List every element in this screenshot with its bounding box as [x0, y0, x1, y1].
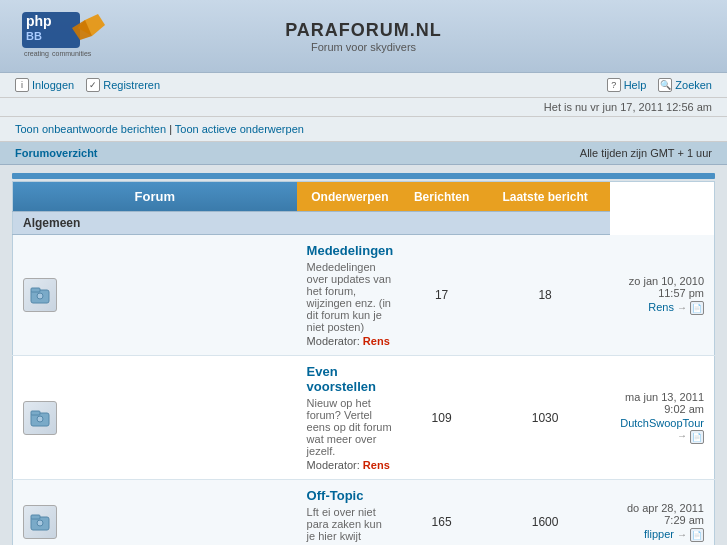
forum-icon-cell [13, 235, 297, 356]
table-row: Even voorstellen Nieuw op het forum? Ver… [13, 356, 715, 480]
table-row: Mededelingen Mededelingen over updates v… [13, 235, 715, 356]
svg-text:creating: creating [24, 50, 49, 58]
laatste-bericht-mededelingen: zo jan 10, 2010 11:57 pm Rens →📄 [610, 235, 714, 356]
time-bar: Het is nu vr jun 17, 2011 12:56 am [0, 98, 727, 117]
svg-point-12 [37, 416, 43, 422]
forum-info-voorstellen: Even voorstellen Nieuw op het forum? Ver… [307, 364, 394, 471]
table-row: Off-Topic Lft ei over niet para zaken ku… [13, 480, 715, 546]
onderwerpen-mededelingen: 17 [403, 235, 480, 356]
laatste-datum-mededelingen: zo jan 10, 2010 11:57 pm [620, 275, 704, 299]
post-icon-voorstellen: 📄 [690, 430, 704, 444]
forum-folder-icon [29, 511, 51, 533]
forum-icon-img [23, 278, 57, 312]
svg-point-9 [37, 293, 43, 299]
top-nav-left: i Inloggen ✓ Registreren [15, 78, 160, 92]
breadcrumb-bar: Forumoverzicht Alle tijden zijn GMT + 1 … [0, 142, 727, 165]
col-onderwerpen-header: Onderwerpen [297, 182, 404, 212]
mod-link-mededelingen[interactable]: Rens [363, 335, 390, 347]
onderwerpen-voorstellen: 109 [403, 356, 480, 480]
berichten-offtopic: 1600 [480, 480, 610, 546]
svg-text:BB: BB [26, 30, 42, 42]
site-subtitle: Forum voor skydivers [110, 41, 617, 53]
laatste-user-link-mededelingen[interactable]: Rens [648, 301, 674, 313]
post-arrow-mededelingen: → [677, 302, 687, 313]
forum-name-link-offtopic[interactable]: Off-Topic [307, 488, 364, 503]
registreren-label: Registreren [103, 79, 160, 91]
post-arrow-offtopic: → [677, 529, 687, 540]
forum-desc-mededelingen: Mededelingen over updates van het forum,… [307, 261, 394, 333]
zoeken-link[interactable]: 🔍 Zoeken [658, 78, 712, 92]
inloggen-link[interactable]: i Inloggen [15, 78, 74, 92]
laatste-bericht-voorstellen: ma jun 13, 2011 9:02 am DutchSwoopTour →… [610, 356, 714, 480]
forum-table: Forum Onderwerpen Berichten Laatste beri… [12, 181, 715, 545]
help-label: Help [624, 79, 647, 91]
laatste-user-link-voorstellen[interactable]: DutchSwoopTour [620, 417, 704, 429]
forum-info-cell-offtopic: Off-Topic Lft ei over niet para zaken ku… [297, 480, 404, 546]
site-title-block: PARAFORUM.NL Forum voor skydivers [110, 20, 617, 53]
table-header-row: Forum Onderwerpen Berichten Laatste beri… [13, 182, 715, 212]
berichten-mededelingen: 18 [480, 235, 610, 356]
post-arrow-voorstellen: → [677, 430, 687, 441]
laatste-bericht-offtopic: do apr 28, 2011 7:29 am flipper →📄 [610, 480, 714, 546]
svg-text:communities: communities [52, 50, 92, 57]
forum-icon-cell [13, 356, 297, 480]
category-name-algemeen: Algemeen [13, 212, 611, 235]
site-name: PARAFORUM.NL [110, 20, 617, 41]
post-icon-mededelingen: 📄 [690, 301, 704, 315]
forum-info-cell-mededelingen: Mededelingen Mededelingen over updates v… [297, 235, 404, 356]
svg-rect-11 [31, 411, 40, 415]
timezone-info: Alle tijden zijn GMT + 1 uur [580, 147, 712, 159]
post-icon-offtopic: 📄 [690, 528, 704, 542]
forum-desc-offtopic: Lft ei over niet para zaken kun je hier … [307, 506, 394, 542]
onderwerpen-offtopic: 165 [403, 480, 480, 546]
top-accent-bar [12, 173, 715, 179]
help-link[interactable]: ? Help [607, 78, 647, 92]
svg-rect-14 [31, 515, 40, 519]
col-forum-header: Forum [13, 182, 297, 212]
zoeken-label: Zoeken [675, 79, 712, 91]
phpbb-logo: php BB creating communities [20, 10, 110, 62]
forum-icon-img [23, 505, 57, 539]
laatste-datum-offtopic: do apr 28, 2011 7:29 am [620, 502, 704, 526]
top-nav: i Inloggen ✓ Registreren ? Help 🔍 Zoeken [0, 73, 727, 98]
unanswered-link[interactable]: Toon onbeantwoorde berichten [15, 123, 166, 135]
help-icon: ? [607, 78, 621, 92]
links-bar: Toon onbeantwoorde berichten | Toon acti… [0, 117, 727, 142]
svg-text:php: php [26, 13, 52, 29]
laatste-datum-voorstellen: ma jun 13, 2011 9:02 am [620, 391, 704, 415]
forum-folder-icon [29, 407, 51, 429]
forum-mod-voorstellen: Moderator: Rens [307, 459, 394, 471]
laatste-user-link-offtopic[interactable]: flipper [644, 528, 674, 540]
inloggen-label: Inloggen [32, 79, 74, 91]
current-time: Het is nu vr jun 17, 2011 12:56 am [544, 101, 712, 113]
forum-info-offtopic: Off-Topic Lft ei over niet para zaken ku… [307, 488, 394, 545]
registreren-link[interactable]: ✓ Registreren [86, 78, 160, 92]
forum-mod-mededelingen: Moderator: Rens [307, 335, 394, 347]
svg-rect-8 [31, 288, 40, 292]
zoeken-icon: 🔍 [658, 78, 672, 92]
mod-link-voorstellen[interactable]: Rens [363, 459, 390, 471]
col-berichten-header: Berichten [403, 182, 480, 212]
active-topics-link[interactable]: Toon actieve onderwerpen [175, 123, 304, 135]
forum-info-mededelingen: Mededelingen Mededelingen over updates v… [307, 243, 394, 347]
forum-info-cell-voorstellen: Even voorstellen Nieuw op het forum? Ver… [297, 356, 404, 480]
forum-name-link-mededelingen[interactable]: Mededelingen [307, 243, 394, 258]
logo-area: php BB creating communities [20, 10, 110, 62]
registreren-icon: ✓ [86, 78, 100, 92]
forum-icon-cell [13, 480, 297, 546]
page-header: php BB creating communities PARAFORUM.NL… [0, 0, 727, 73]
forum-desc-voorstellen: Nieuw op het forum? Vertel eens op dit f… [307, 397, 394, 457]
breadcrumb-link[interactable]: Forumoverzicht [15, 147, 98, 159]
forum-folder-icon [29, 284, 51, 306]
category-algemeen: Algemeen [13, 212, 715, 235]
forum-icon-img [23, 401, 57, 435]
inloggen-icon: i [15, 78, 29, 92]
main-content: Forum Onderwerpen Berichten Laatste beri… [0, 165, 727, 545]
col-laatste-header: Laatste bericht [480, 182, 610, 212]
forum-name-link-voorstellen[interactable]: Even voorstellen [307, 364, 376, 394]
svg-point-15 [37, 520, 43, 526]
top-nav-right: ? Help 🔍 Zoeken [607, 78, 712, 92]
berichten-voorstellen: 1030 [480, 356, 610, 480]
